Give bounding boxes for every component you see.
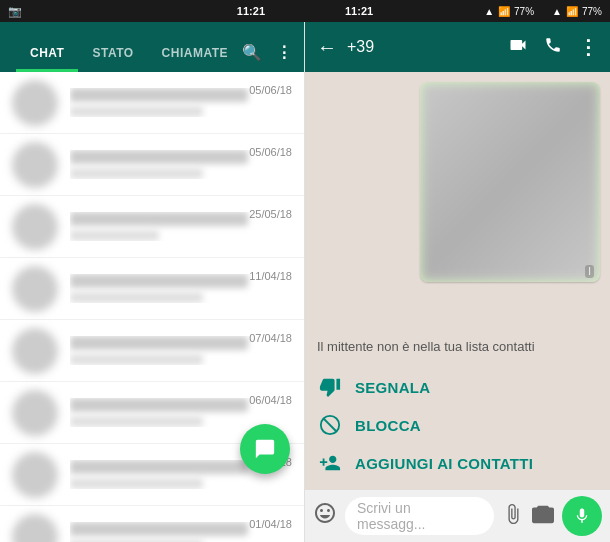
chat-date: 25/05/18 xyxy=(249,208,292,220)
avatar xyxy=(12,514,58,543)
message-input-bar: Scrivi un messagg... xyxy=(305,490,610,542)
emoji-button[interactable] xyxy=(313,501,337,531)
chat-name xyxy=(70,88,248,102)
wifi-icon: ▲ xyxy=(484,6,494,17)
new-chat-fab[interactable] xyxy=(240,424,290,474)
status-bar-right: ▲ 📶 77% ▲ 📶 77% xyxy=(484,6,602,17)
svg-line-1 xyxy=(324,419,337,432)
wifi-icon-right: ▲ xyxy=(552,6,562,17)
blocca-label[interactable]: BLOCCA xyxy=(355,417,421,434)
contact-number: +39 xyxy=(347,38,498,56)
chat-name xyxy=(70,522,248,536)
more-options-icon[interactable]: ⋮ xyxy=(578,35,598,59)
header-action-icons: ⋮ xyxy=(508,35,598,59)
camera-button[interactable] xyxy=(532,503,554,530)
chat-preview xyxy=(70,416,203,427)
chat-date: 11/04/18 xyxy=(249,270,292,282)
call-icon[interactable] xyxy=(544,36,562,58)
chat-date: 07/04/18 xyxy=(249,332,292,344)
input-placeholder: Scrivi un messagg... xyxy=(357,500,482,532)
chat-name xyxy=(70,398,248,412)
avatar xyxy=(12,452,58,498)
avatar xyxy=(12,390,58,436)
list-item[interactable]: 07/04/18 xyxy=(0,320,304,382)
avatar xyxy=(12,142,58,188)
video-call-icon[interactable] xyxy=(508,35,528,59)
camera-status-icon: 📷 xyxy=(8,5,22,18)
avatar xyxy=(12,204,58,250)
blurred-image xyxy=(420,82,600,282)
chat-name xyxy=(70,336,248,350)
attach-button[interactable] xyxy=(502,503,524,530)
tab-bar: CHAT STATO CHIAMATE xyxy=(16,22,242,72)
mic-button[interactable] xyxy=(562,496,602,536)
info-text: Il mittente non è nella tua lista contat… xyxy=(317,339,598,354)
chat-date: 05/06/18 xyxy=(249,146,292,158)
status-time-right: 11:21 xyxy=(345,5,373,17)
chat-preview xyxy=(70,106,203,117)
tab-chiamate[interactable]: CHIAMATE xyxy=(148,46,242,72)
search-icon[interactable]: 🔍 xyxy=(242,43,262,62)
aggiungi-icon xyxy=(317,450,343,476)
segnala-action[interactable]: SEGNALA xyxy=(317,368,598,406)
aggiungi-label[interactable]: AGGIUNGI AI CONTATTI xyxy=(355,455,533,472)
blocca-action[interactable]: BLOCCA xyxy=(317,406,598,444)
chat-name xyxy=(70,212,248,226)
status-bar-left: 📷 xyxy=(8,5,22,18)
chat-preview xyxy=(70,354,203,365)
aggiungi-action[interactable]: AGGIUNGI AI CONTATTI xyxy=(317,444,598,482)
back-button[interactable]: ← xyxy=(317,36,337,59)
avatar xyxy=(12,328,58,374)
status-bar-left-panel: 📷 11:21 11:21 ▲ 📶 77% ▲ 📶 77% xyxy=(0,0,610,22)
message-text-input[interactable]: Scrivi un messagg... xyxy=(345,497,494,535)
chat-date: 01/04/18 xyxy=(249,518,292,530)
status-time-left: 11:21 xyxy=(237,5,265,17)
blocca-icon xyxy=(317,412,343,438)
tab-chat[interactable]: CHAT xyxy=(16,46,78,72)
chat-date: 06/04/18 xyxy=(249,394,292,406)
battery-level-right: 77% xyxy=(582,6,602,17)
avatar xyxy=(12,266,58,312)
fab-button[interactable] xyxy=(240,424,290,474)
list-item[interactable]: 05/06/18 xyxy=(0,134,304,196)
list-item[interactable]: 05/06/18 xyxy=(0,72,304,134)
chat-name xyxy=(70,274,248,288)
chat-preview xyxy=(70,478,203,489)
chat-name xyxy=(70,460,248,474)
tab-stato[interactable]: STATO xyxy=(78,46,147,72)
battery-level: 77% xyxy=(514,6,534,17)
signal-icon: 📶 xyxy=(498,6,510,17)
chat-icon xyxy=(254,438,276,460)
right-panel: ← +39 ⋮ I Il mittente non è nella tua li… xyxy=(305,22,610,542)
list-item[interactable]: 25/05/18 xyxy=(0,196,304,258)
image-message-bubble: I xyxy=(420,82,600,282)
chat-preview xyxy=(70,168,203,179)
chat-name xyxy=(70,150,248,164)
list-item[interactable]: 11/04/18 xyxy=(0,258,304,320)
whatsapp-header: CHAT STATO CHIAMATE 🔍 ⋮ xyxy=(0,22,304,72)
list-item[interactable]: 01/04/18 xyxy=(0,506,304,542)
segnala-label[interactable]: SEGNALA xyxy=(355,379,430,396)
more-icon-left[interactable]: ⋮ xyxy=(276,43,292,62)
chat-header: ← +39 ⋮ xyxy=(305,22,610,72)
avatar xyxy=(12,80,58,126)
chat-messages-area: I xyxy=(305,72,610,331)
contact-info-section: Il mittente non è nella tua lista contat… xyxy=(305,331,610,490)
segnala-icon xyxy=(317,374,343,400)
message-time: I xyxy=(585,265,594,278)
chat-preview xyxy=(70,230,159,241)
chat-date: 05/06/18 xyxy=(249,84,292,96)
signal-icon-right: 📶 xyxy=(566,6,578,17)
chat-preview xyxy=(70,292,203,303)
